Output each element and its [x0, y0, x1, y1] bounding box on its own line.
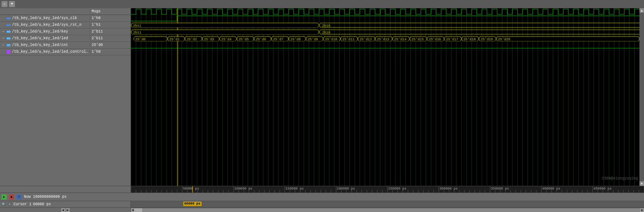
- expand-btn[interactable]: +: [1, 43, 5, 47]
- signal-row[interactable]: +/tb_key_led/u_key_led/cnt25'd0: [0, 42, 131, 49]
- scroll-left: ◀ ▶: [0, 208, 131, 212]
- signal-value-col: 1'h0: [90, 16, 131, 20]
- signal-name-col: /tb_key_led/u_key_led/led_controller: [0, 50, 90, 54]
- cursor-row: 🔍 + Cursor 1 60000 ps 60000 ps: [0, 201, 644, 208]
- right-scrollbar: ▲ ▼: [640, 8, 644, 186]
- signal-name-col: +/tb_key_led/u_key_led/led: [0, 36, 90, 41]
- timeline-spacer: [0, 186, 131, 193]
- now-label: Now: [24, 195, 31, 199]
- waveform-area: CSDN@xiongyuqing: [131, 8, 640, 186]
- timeline-row: [0, 186, 644, 193]
- msgs-header: Msgs: [0, 8, 131, 15]
- toolbar-icon-1[interactable]: ⚡: [1, 1, 7, 7]
- signal-list: /tb_key_led/u_key_led/sys_clk1'h0/tb_key…: [0, 15, 131, 186]
- signal-value-col: 2'b11: [90, 30, 131, 34]
- signal-name-text: /tb_key_led/u_key_led/cnt: [12, 43, 68, 47]
- signal-name-text: /tb_key_led/u_key_led/sys_rst_n: [12, 23, 82, 27]
- signal-name-col: /tb_key_led/u_key_led/sys_clk: [0, 16, 90, 21]
- signal-row[interactable]: /tb_key_led/u_key_led/sys_rst_n1'h1: [0, 22, 131, 28]
- timeline-ruler: [131, 186, 644, 193]
- toolbar-icon-2[interactable]: ▼: [9, 1, 15, 7]
- svg-rect-1: [7, 24, 10, 26]
- scroll-track-right-btn[interactable]: ▶: [640, 208, 644, 212]
- cursor-tag: 60000 ps: [183, 202, 202, 206]
- main-area: Msgs /tb_key_led/u_key_led/sys_clk1'h0/t…: [0, 8, 644, 186]
- svg-rect-2: [7, 31, 10, 33]
- signal-row[interactable]: /tb_key_led/u_key_led/led_controller1'h0: [0, 49, 131, 55]
- status-icon-3: ?: [16, 194, 22, 200]
- signal-type-icon: [6, 16, 11, 21]
- scroll-down-arrow[interactable]: ▼: [640, 181, 644, 186]
- scroll-track-left-btn[interactable]: ◀: [131, 208, 135, 212]
- signal-value-col: 25'd0: [90, 43, 131, 47]
- now-value: 100000000000 ps: [33, 195, 67, 199]
- signal-row[interactable]: /tb_key_led/u_key_led/sys_clk1'h0: [0, 15, 131, 22]
- expand-btn[interactable]: +: [1, 37, 5, 40]
- scroll-right-btn[interactable]: ▶: [66, 208, 70, 212]
- signal-name-col: +/tb_key_led/u_key_led/cnt: [0, 43, 90, 47]
- svg-rect-0: [7, 18, 10, 19]
- waveform-canvas[interactable]: [131, 8, 640, 186]
- ruler-canvas: [131, 186, 644, 193]
- signal-panel: Msgs /tb_key_led/u_key_led/sys_clk1'h0/t…: [0, 8, 131, 186]
- signal-value-col: 1'h1: [90, 23, 131, 27]
- scroll-row: ◀ ▶ ◀ ▶: [0, 208, 644, 212]
- scroll-track[interactable]: [135, 208, 640, 212]
- watermark: CSDN@xiongyuqing: [602, 176, 638, 181]
- cursor-right: 60000 ps: [131, 201, 644, 208]
- cursor-label: Cursor 1: [13, 202, 31, 206]
- status-icon-1: ▶: [1, 194, 7, 200]
- svg-rect-8: [7, 50, 10, 54]
- signal-row[interactable]: +/tb_key_led/u_key_led/led2'b11: [0, 35, 131, 42]
- signal-name-col: +/tb_key_led/u_key_led/key: [0, 30, 90, 34]
- signal-type-icon: [6, 43, 11, 47]
- signal-name-text: /tb_key_led/u_key_led/sys_clk: [12, 16, 77, 20]
- signal-type-icon: [6, 36, 11, 41]
- signal-type-icon: [6, 50, 11, 54]
- msgs-column-header: Msgs: [90, 9, 131, 13]
- expand-btn[interactable]: +: [1, 30, 5, 34]
- signal-name-text: /tb_key_led/u_key_led/led_controller: [12, 50, 90, 54]
- svg-rect-6: [7, 44, 10, 46]
- bottom-left: ▶ ■ ? Now 100000000000 ps: [1, 194, 132, 200]
- signal-name-text: /tb_key_led/u_key_led/key: [12, 30, 68, 34]
- status-icon-2: ■: [9, 194, 14, 200]
- signal-name-text: /tb_key_led/u_key_led/led: [12, 36, 68, 40]
- signal-value-col: 2'b11: [90, 36, 131, 40]
- signal-type-icon: [6, 30, 11, 34]
- top-toolbar: ⚡ ▼: [0, 0, 644, 8]
- cursor-value: 60000 ps: [33, 202, 51, 206]
- bottom-toolbar: ▶ ■ ? Now 100000000000 ps: [0, 193, 644, 201]
- cursor-left: 🔍 + Cursor 1 60000 ps: [0, 201, 131, 208]
- signal-value-col: 1'h0: [90, 50, 131, 54]
- signal-type-icon: [6, 23, 11, 27]
- bottom-area: ▶ ■ ? Now 100000000000 ps 🔍 + Cursor 1 6…: [0, 186, 644, 212]
- scroll-up-arrow[interactable]: ▲: [640, 8, 644, 13]
- svg-rect-4: [7, 37, 10, 40]
- scroll-left-btn[interactable]: ◀: [61, 208, 65, 212]
- signal-row[interactable]: +/tb_key_led/u_key_led/key2'b11: [0, 28, 131, 35]
- scroll-thumb[interactable]: [135, 208, 142, 212]
- cursor-icon-2: +: [7, 202, 12, 207]
- signal-name-col: /tb_key_led/u_key_led/sys_rst_n: [0, 23, 90, 27]
- cursor-icon-1: 🔍: [1, 202, 6, 207]
